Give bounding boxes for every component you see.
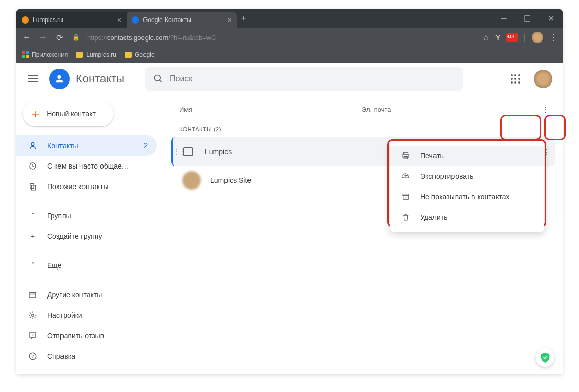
svg-rect-13 — [404, 157, 408, 159]
profile-avatar-icon[interactable] — [532, 32, 543, 43]
sidebar-item-feedback[interactable]: Отправить отзыв — [16, 325, 157, 346]
google-contacts-favicon — [132, 16, 139, 24]
lock-icon: 🔒 — [71, 34, 81, 41]
close-icon[interactable]: × — [117, 16, 121, 24]
sidebar-item-similar[interactable]: Похожие контакты — [16, 176, 157, 197]
yandex-icon[interactable]: Y — [495, 34, 500, 42]
svg-text:?: ? — [31, 354, 34, 359]
bookmark-lumpics[interactable]: Lumpics.ru — [76, 51, 116, 58]
person-icon — [28, 141, 38, 150]
col-name: Имя — [179, 106, 362, 113]
hamburger-icon — [28, 75, 38, 82]
svg-point-2 — [31, 142, 34, 145]
contacts-count: 2 — [143, 141, 148, 150]
bookmark-star-icon[interactable]: ☆ — [482, 33, 489, 43]
adguard-shield-icon[interactable] — [536, 348, 554, 367]
account-avatar[interactable] — [534, 70, 552, 88]
close-icon[interactable]: × — [228, 16, 232, 24]
chevron-up-icon: ˄ — [28, 212, 38, 220]
print-icon — [401, 151, 411, 160]
url-text[interactable]: https://contacts.google.com/?hl=ru&tab=w… — [87, 34, 476, 42]
browser-tabbar: Lumpics.ru × Google Контакты × + ─ ☐ ✕ — [16, 9, 563, 28]
back-button[interactable]: ← — [22, 33, 32, 42]
feedback-icon — [28, 331, 38, 340]
svg-rect-15 — [403, 196, 409, 200]
search-input[interactable] — [170, 74, 454, 84]
sidebar-item-help[interactable]: ? Справка — [16, 346, 157, 366]
trash-icon — [401, 213, 411, 222]
browser-tab-google-contacts[interactable]: Google Контакты × — [127, 12, 237, 28]
main-menu-button[interactable] — [23, 69, 43, 89]
sidebar-item-contacts[interactable]: Контакты 2 — [16, 135, 157, 156]
search-icon — [153, 74, 163, 84]
section-label: КОНТАКТЫ (2) — [171, 121, 555, 137]
contacts-logo — [49, 69, 70, 89]
gear-icon — [28, 311, 38, 320]
main-area: Имя Эл. почта ⋮ КОНТАКТЫ (2) ⋮⋮ Lumpics … — [162, 95, 563, 374]
ctx-print[interactable]: Печать — [390, 146, 544, 166]
ctx-export[interactable]: Экспортировать — [390, 166, 544, 187]
browser-tab-lumpics[interactable]: Lumpics.ru × — [16, 12, 127, 28]
chevron-down-icon: ˅ — [28, 261, 38, 270]
maximize-button[interactable]: ☐ — [515, 9, 539, 28]
sidebar-item-frequent[interactable]: С кем вы часто общае... — [16, 156, 157, 176]
search-box[interactable] — [145, 67, 463, 91]
col-email: Эл. почта — [362, 106, 391, 113]
sidebar-item-create-group[interactable]: + Создайте группу — [16, 226, 157, 246]
app-title: Контакты — [76, 72, 125, 86]
svg-point-7 — [32, 314, 34, 317]
list-options-button[interactable]: ⋮ — [535, 106, 555, 113]
person-icon — [54, 73, 65, 85]
svg-point-0 — [57, 75, 61, 79]
sidebar-item-other-contacts[interactable]: Другие контакты — [16, 284, 157, 305]
duplicate-icon — [28, 182, 38, 191]
sidebar: + Новый контакт Контакты 2 С кем вы част… — [16, 95, 162, 374]
forward-button[interactable]: → — [38, 33, 48, 42]
help-icon: ? — [28, 352, 38, 361]
contact-avatar — [182, 171, 201, 190]
bookmarks-bar: Приложения Lumpics.ru Google — [16, 47, 563, 63]
archive-icon — [28, 290, 38, 299]
contact-name: Lumpics Site — [210, 176, 251, 184]
sidebar-item-settings[interactable]: Настройки — [16, 305, 157, 325]
drag-handle-icon[interactable]: ⋮⋮ — [173, 148, 182, 156]
history-icon — [28, 161, 38, 171]
ctx-delete[interactable]: Удалить — [390, 207, 544, 228]
apps-icon — [22, 51, 29, 58]
google-apps-button[interactable] — [505, 69, 526, 89]
separator: | — [524, 33, 526, 42]
cloud-upload-icon — [401, 172, 411, 181]
new-tab-button[interactable]: + — [237, 11, 251, 26]
new-contact-button[interactable]: + Новый контакт — [23, 101, 114, 126]
tab-title: Google Контакты — [143, 16, 191, 24]
svg-rect-6 — [30, 293, 36, 298]
row-checkbox[interactable] — [183, 147, 193, 156]
sidebar-item-groups[interactable]: ˄ Группы — [16, 205, 157, 226]
close-window-button[interactable]: ✕ — [539, 9, 563, 28]
minimize-button[interactable]: ─ — [492, 9, 515, 28]
svg-point-1 — [155, 75, 161, 81]
folder-icon — [125, 52, 132, 58]
column-header: Имя Эл. почта ⋮ — [171, 97, 555, 121]
ctx-hide[interactable]: Не показывать в контактах — [390, 187, 544, 207]
apps-grid-icon — [511, 74, 520, 84]
bookmark-google[interactable]: Google — [125, 51, 155, 58]
lumpics-favicon — [22, 16, 29, 24]
browser-url-bar: ← → ⟳ 🔒 https://contacts.google.com/?hl=… — [16, 28, 563, 47]
folder-icon — [76, 52, 83, 58]
app-header: Контакты — [16, 63, 563, 95]
plus-icon: + — [28, 232, 38, 240]
archive-icon — [401, 192, 411, 201]
reload-button[interactable]: ⟳ — [54, 33, 65, 43]
contact-name: Lumpics — [205, 148, 232, 156]
apps-shortcut[interactable]: Приложения — [22, 51, 68, 58]
context-menu: Печать Экспортировать Не показывать в ко… — [390, 141, 544, 232]
tab-title: Lumpics.ru — [33, 16, 63, 24]
gmail-badge-icon[interactable]: 424 — [506, 33, 518, 42]
browser-menu-button[interactable]: ⋮ — [549, 33, 557, 43]
sidebar-item-more[interactable]: ˅ Ещё — [16, 255, 157, 276]
plus-icon: + — [32, 106, 39, 122]
